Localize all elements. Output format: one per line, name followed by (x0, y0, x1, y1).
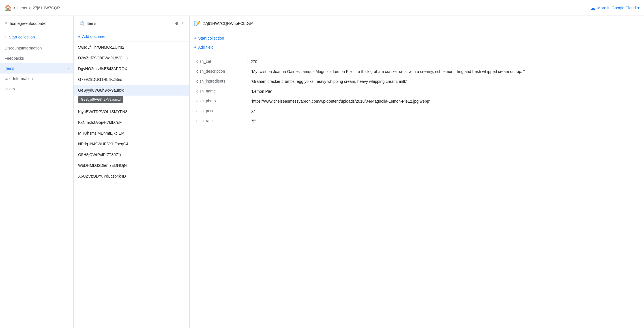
field-name: dish_rank (196, 118, 247, 123)
list-item[interactable]: 5wsdLfiHhrQNMOcZUYs2 (74, 42, 189, 53)
list-item[interactable]: D2wZtd7SO8EWg9L8VCHU (74, 53, 189, 63)
panel-actions: ⚙ ⋮ (175, 21, 185, 26)
document-panel-header: 📝 27j61HW7CQRWupFCbDvP ⋮ (190, 16, 644, 31)
field-value: "Lemon Pie" (251, 89, 272, 94)
list-item[interactable]: X6UZVzQDYuYdLczb4k4D (74, 171, 189, 182)
field-row: dish_photo:"https://www.chelseasmessyapr… (196, 98, 637, 104)
field-name: dish_ingredients (196, 79, 247, 83)
doc-start-collection-button[interactable]: + Start collection (194, 35, 639, 42)
breadcrumb: 🏠 > Items > 27j61HW7CQR... (5, 5, 590, 11)
field-name: dish_description (196, 69, 247, 74)
dropdown-icon: ▾ (637, 6, 639, 10)
home-icon[interactable]: 🏠 (5, 5, 12, 11)
list-item[interactable]: G799Z9DUG1RbllKZBris (74, 74, 189, 85)
sidebar-item-label: DiscountsInformation (5, 46, 42, 50)
field-value: "https://www.chelseasmessyapron.com/wp-c… (251, 98, 431, 104)
field-value: 67 (251, 108, 255, 114)
list-item[interactable]: DgvNO2mrz8sE843APROX (74, 63, 189, 74)
sidebar-item-feedbacks[interactable]: Feedbacks (0, 53, 73, 63)
breadcrumb-sep2: > (29, 6, 31, 10)
more-cloud-label: More in Google Cloud (597, 6, 636, 10)
document-id-title: 27j61HW7CQRWupFCbDvP (203, 21, 632, 26)
doc-start-collection-label: Start collection (198, 36, 224, 40)
field-value: "5" (251, 118, 256, 124)
document-actions: + Start collection + Add field (190, 31, 644, 54)
breadcrumb-sep1: > (13, 6, 16, 10)
chevron-right-icon: › (67, 66, 69, 71)
sidebar-nav: DiscountsInformationFeedbacksItems›UserI… (0, 43, 73, 94)
document-more-icon[interactable]: ⋮ (634, 20, 639, 27)
add-document-label: Add document (82, 34, 108, 39)
field-row: dish_description:"My twist on Joanna Gai… (196, 69, 637, 75)
collection-panel: 📄 Items ⚙ ⋮ + Add document 5wsdLfiHhrQNM… (74, 16, 190, 328)
sidebar-item-label: Items (5, 66, 14, 71)
field-name: dish_cal (196, 59, 247, 64)
add-field-button[interactable]: + Add field (194, 44, 639, 51)
doc-plus-icon-2: + (194, 45, 196, 49)
field-value: "Graham cracker crumbs, egg yolks, heavy… (251, 79, 407, 85)
filter-icon[interactable]: ⚙ (175, 21, 179, 26)
collection-title: Items (87, 21, 173, 26)
cloud-icon: ☁ (590, 5, 596, 11)
sidebar-item-items[interactable]: Items› (0, 63, 73, 74)
sidebar-item-discountsinformation[interactable]: DiscountsInformation (0, 43, 73, 53)
database-name: homegreenfoodorder (10, 21, 47, 26)
breadcrumb-items[interactable]: Items (17, 6, 27, 10)
field-colon: : (247, 79, 248, 83)
list-item[interactable]: O5H8jQWtPolPI7T8071i (74, 149, 189, 160)
collection-icon: 📄 (78, 20, 84, 27)
field-name: dish_price (196, 108, 247, 113)
breadcrumb-doc-id: 27j61HW7CQR... (33, 6, 63, 10)
add-field-label: Add field (198, 45, 213, 49)
sidebar-item-userinformation[interactable]: UserInformation (0, 74, 73, 84)
sidebar-header: ≡ homegreenfoodorder (0, 16, 73, 31)
field-value: "My twist on Joanna Gaines' famous Magno… (251, 69, 525, 75)
field-colon: : (247, 108, 248, 113)
collection-panel-header: 📄 Items ⚙ ⋮ (74, 16, 189, 31)
field-row: dish_ingredients:"Graham cracker crumbs,… (196, 79, 637, 85)
doc-tooltip: GeSyyd6VG8h9xV9aunxd (78, 96, 123, 103)
list-item[interactable]: GeSyyd6VG8h9xV9aunxdGeSyyd6VG8h9xV9aunxd (74, 85, 189, 96)
field-name: dish_photo (196, 98, 247, 103)
plus-icon: + (5, 34, 7, 40)
field-value: 270 (251, 59, 257, 65)
sidebar: ≡ homegreenfoodorder + Start collection … (0, 16, 74, 328)
more-options-icon[interactable]: ⋮ (181, 21, 185, 26)
field-colon: : (247, 89, 248, 93)
field-colon: : (247, 98, 248, 103)
list-item[interactable]: NPdq1N49WUFSXHToeqC4 (74, 139, 189, 149)
field-row: dish_rank:"5" (196, 118, 637, 124)
field-row: dish_name:"Lemon Pie" (196, 89, 637, 94)
sidebar-item-label: Users (5, 87, 15, 91)
field-colon: : (247, 69, 248, 73)
top-bar: 🏠 > Items > 27j61HW7CQR... ☁ More in Goo… (0, 0, 644, 16)
field-name: dish_name (196, 89, 247, 93)
document-list: 5wsdLfiHhrQNMOcZUYs2D2wZtd7SO8EWg9L8VCHU… (74, 42, 189, 328)
list-item[interactable]: KxNmxfsUv5jvH7kfD7uF (74, 117, 189, 128)
start-collection-label: Start collection (9, 35, 35, 39)
document-icon: 📝 (194, 20, 200, 27)
add-document-button[interactable]: + Add document (74, 31, 189, 42)
more-in-google-cloud[interactable]: ☁ More in Google Cloud ▾ (590, 5, 639, 11)
add-doc-plus-icon: + (78, 34, 80, 39)
start-collection-button[interactable]: + Start collection (0, 31, 73, 43)
field-row: dish_cal:270 (196, 59, 637, 65)
doc-plus-icon-1: + (194, 36, 196, 40)
field-colon: : (247, 59, 248, 63)
document-panel: 📝 27j61HW7CQRWupFCbDvP ⋮ + Start collect… (190, 16, 644, 328)
list-item[interactable]: KjyaEWtTDPVOL1SMYFN8 (74, 106, 189, 117)
field-row: dish_price:67 (196, 108, 637, 114)
list-item[interactable]: MHUhsmsiMEnmtEjkcIEM (74, 128, 189, 139)
sidebar-item-label: UserInformation (5, 76, 33, 81)
field-colon: : (247, 118, 248, 123)
fields-list: dish_cal:270dish_description:"My twist o… (190, 54, 644, 133)
database-icon: ≡ (5, 20, 8, 26)
list-item[interactable]: WbDHMkG2Dlenl7EDHOjN (74, 160, 189, 171)
sidebar-item-users[interactable]: Users (0, 84, 73, 94)
main-layout: ≡ homegreenfoodorder + Start collection … (0, 16, 644, 328)
sidebar-item-label: Feedbacks (5, 56, 24, 61)
